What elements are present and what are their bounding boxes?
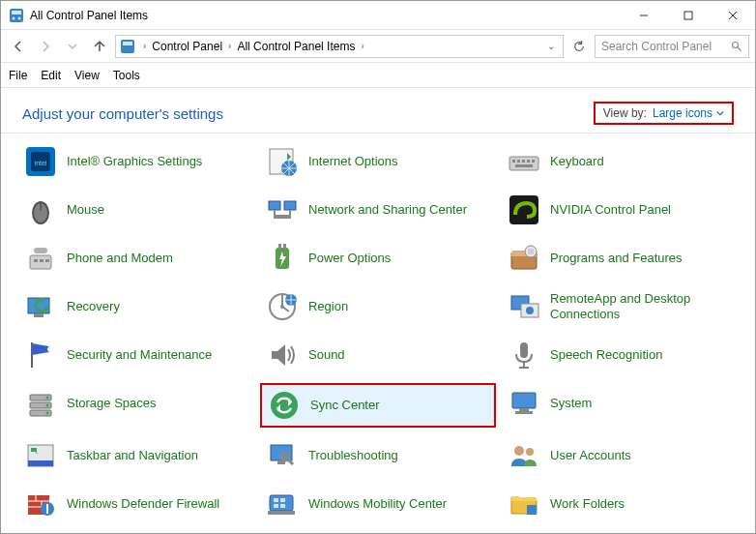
item-label: Windows Defender Firewall (67, 496, 219, 512)
svg-point-65 (271, 392, 298, 419)
menu-tools[interactable]: Tools (113, 69, 140, 82)
item-label: User Accounts (550, 448, 631, 463)
item-label: Taskbar and Navigation (67, 448, 198, 463)
svg-rect-90 (527, 505, 537, 515)
breadcrumb-part2[interactable]: All Control Panel Items (237, 40, 355, 53)
item-label: Region (308, 299, 348, 314)
folder-icon (508, 488, 540, 520)
search-input[interactable]: Search Control Panel (595, 35, 749, 58)
viewby-value[interactable]: Large icons (653, 106, 724, 120)
item-remoteapp[interactable]: RemoteApp and Desktop Connections (502, 286, 738, 327)
item-troubleshooting[interactable]: Troubleshooting (260, 435, 496, 476)
item-intel-graphics[interactable]: intel Intel® Graphics Settings (18, 141, 254, 182)
breadcrumb-expand-icon[interactable]: ⌄ (547, 41, 559, 51)
back-button[interactable] (7, 35, 30, 58)
item-label: Mouse (67, 202, 104, 218)
item-region[interactable]: Region (260, 286, 496, 327)
svg-rect-19 (517, 160, 520, 163)
svg-rect-5 (684, 12, 692, 19)
phone-icon (24, 242, 57, 275)
intel-icon: intel (24, 145, 57, 178)
item-label: Internet Options (308, 154, 398, 169)
svg-rect-70 (28, 460, 53, 466)
svg-rect-87 (274, 504, 278, 508)
svg-point-50 (280, 305, 284, 309)
item-programs-features[interactable]: Programs and Features (502, 238, 738, 279)
item-speech-recognition[interactable]: Speech Recognition (502, 335, 738, 375)
breadcrumb-part1[interactable]: Control Panel (152, 40, 222, 53)
breadcrumb-sep-icon[interactable]: › (222, 41, 237, 51)
refresh-button[interactable] (567, 35, 591, 58)
address-bar[interactable]: › Control Panel › All Control Panel Item… (115, 35, 564, 58)
item-mobility-center[interactable]: Windows Mobility Center (260, 484, 496, 524)
item-security-maintenance[interactable]: Security and Maintenance (18, 335, 254, 375)
svg-rect-44 (528, 249, 534, 254)
item-recovery[interactable]: Recovery (18, 286, 254, 327)
item-internet-options[interactable]: Internet Options (260, 141, 496, 182)
item-label: Recovery (67, 299, 120, 314)
firewall-icon (24, 488, 57, 520)
svg-rect-46 (34, 313, 44, 317)
power-icon (266, 242, 299, 275)
svg-point-64 (46, 412, 49, 415)
sound-icon (266, 339, 299, 371)
svg-rect-37 (45, 259, 49, 262)
svg-point-75 (514, 446, 524, 456)
svg-rect-23 (515, 164, 533, 167)
svg-point-62 (46, 397, 49, 400)
menu-edit[interactable]: Edit (41, 69, 61, 82)
item-defender-firewall[interactable]: Windows Defender Firewall (18, 484, 254, 524)
page-title: Adjust your computer's settings (22, 105, 594, 122)
maximize-button[interactable] (666, 1, 711, 30)
item-keyboard[interactable]: Keyboard (502, 141, 738, 182)
item-nvidia[interactable]: NVIDIA Control Panel (502, 190, 738, 230)
mouse-icon (24, 193, 57, 226)
breadcrumb-sep-icon[interactable]: › (137, 41, 152, 51)
item-label: Work Folders (550, 496, 625, 512)
item-taskbar-navigation[interactable]: Taskbar and Navigation (18, 435, 254, 476)
menu-bar: File Edit View Tools (1, 63, 755, 88)
svg-rect-21 (527, 160, 530, 163)
item-sync-center[interactable]: Sync Center (260, 383, 496, 428)
minimize-button[interactable] (622, 1, 666, 30)
menu-file[interactable]: File (9, 69, 27, 82)
svg-rect-1 (12, 11, 21, 15)
viewby-control[interactable]: View by: Large icons (594, 102, 734, 125)
svg-rect-29 (274, 215, 291, 219)
recovery-icon (24, 290, 57, 323)
window-buttons (622, 1, 755, 30)
forward-button[interactable] (34, 35, 57, 58)
item-label: Keyboard (550, 154, 604, 169)
control-panel-icon (9, 8, 24, 23)
svg-rect-66 (512, 393, 536, 408)
chevron-down-icon (716, 109, 724, 117)
close-button[interactable] (711, 1, 755, 30)
item-system[interactable]: System (502, 383, 738, 424)
item-storage-spaces[interactable]: Storage Spaces (18, 383, 254, 424)
item-mouse[interactable]: Mouse (18, 190, 254, 230)
svg-rect-67 (519, 408, 529, 411)
svg-rect-39 (278, 244, 281, 249)
svg-rect-88 (280, 504, 285, 508)
item-network-sharing[interactable]: Network and Sharing Center (260, 190, 496, 230)
svg-rect-28 (284, 201, 296, 210)
svg-rect-17 (509, 157, 538, 170)
svg-rect-36 (40, 259, 44, 262)
history-dropdown[interactable] (61, 35, 84, 58)
remoteapp-icon (508, 290, 540, 323)
breadcrumb-sep-icon[interactable]: › (355, 41, 369, 51)
svg-rect-40 (283, 244, 286, 249)
item-sound[interactable]: Sound (260, 335, 496, 375)
svg-point-54 (526, 307, 534, 314)
keyboard-icon (508, 145, 540, 178)
svg-rect-85 (274, 498, 278, 502)
item-power-options[interactable]: Power Options (260, 238, 496, 279)
item-user-accounts[interactable]: User Accounts (502, 435, 738, 476)
up-button[interactable] (88, 35, 111, 58)
system-icon (508, 387, 540, 420)
item-work-folders[interactable]: Work Folders (502, 484, 738, 524)
item-label: Power Options (308, 251, 391, 266)
item-phone-modem[interactable]: Phone and Modem (18, 238, 254, 279)
mobility-icon (266, 488, 299, 520)
menu-view[interactable]: View (74, 69, 100, 82)
